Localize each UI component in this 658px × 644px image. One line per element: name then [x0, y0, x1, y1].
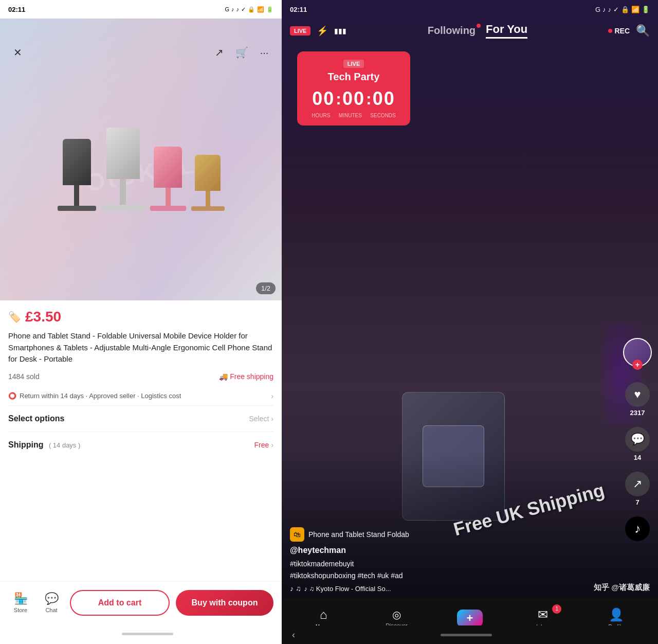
- truck-icon: 🚚: [219, 372, 228, 381]
- comment-action[interactable]: 💬 14: [625, 427, 650, 461]
- following-tab[interactable]: Following: [428, 25, 476, 37]
- right-home-bar: ‹: [282, 625, 658, 644]
- music-row[interactable]: ♪ ♫ ♪ ♫ Kyoto Flow - Official So...: [290, 584, 617, 593]
- shipping-chevron-icon: ›: [271, 441, 273, 449]
- home-indicator-left: [122, 633, 173, 635]
- share-action[interactable]: ↗ 7: [625, 472, 650, 506]
- select-options-row[interactable]: Select options Select ›: [8, 406, 273, 432]
- share-button[interactable]: ↗: [210, 43, 228, 62]
- chat-label: Chat: [45, 607, 57, 613]
- product-stands: [47, 98, 235, 221]
- like-count: 2317: [630, 409, 645, 417]
- tiktok-logo: ♪: [625, 516, 650, 541]
- home-icon: ⌂: [320, 607, 327, 622]
- music-title: ♪ ♫ Kyoto Flow - Official So...: [304, 585, 391, 593]
- like-action[interactable]: ♥ 2317: [625, 382, 650, 417]
- hashtag-line-1[interactable]: #tiktokmademebuyit: [290, 560, 354, 568]
- product-image-container: ✕ ↗ 🛒 ··· OtOKOL: [0, 19, 282, 300]
- store-button[interactable]: 🏪 Store: [8, 592, 33, 613]
- share-icon: ↗: [625, 472, 650, 496]
- minutes-label: MINUTES: [339, 113, 362, 118]
- timer-colon-2: :: [366, 90, 372, 109]
- status-time-left: 02:11: [8, 6, 25, 13]
- back-button-right[interactable]: ‹: [292, 630, 295, 640]
- inbox-icon: ✉: [538, 607, 548, 622]
- return-row[interactable]: ⭕ Return within 14 days · Approved selle…: [8, 387, 273, 406]
- add-to-cart-button[interactable]: Add to cart: [70, 590, 170, 616]
- rec-badge: REC: [608, 27, 630, 35]
- chat-icon: 💬: [45, 592, 59, 605]
- right-status-icons: G ♪ ♪ ✓ 🔒 📶 🔋: [595, 6, 650, 13]
- hashtag-line-2[interactable]: #tiktokshopunboxing #tech #uk #ad: [290, 571, 403, 580]
- store-icon: 🏪: [14, 592, 28, 605]
- device-visual: [402, 392, 505, 521]
- following-dot: [477, 24, 481, 28]
- back-button-left[interactable]: ‹: [108, 629, 112, 639]
- shop-row[interactable]: 🛍 Phone and Tablet Stand Foldab: [290, 527, 617, 542]
- sold-count: 1484 sold: [8, 372, 40, 381]
- shop-icon: 🛍: [290, 527, 304, 542]
- add-button[interactable]: +: [457, 610, 483, 627]
- left-home-bar: ‹: [0, 623, 282, 644]
- live-event-card[interactable]: LIVE Tech Party 00 : 00 : 00 HOURS MINUT…: [297, 51, 410, 126]
- shop-name: Phone and Tablet Stand Foldab: [308, 530, 409, 539]
- profile-icon: 👤: [609, 607, 624, 622]
- for-you-tab[interactable]: For You: [486, 23, 527, 39]
- home-indicator-right: [441, 634, 492, 636]
- live-card-title: Tech Party: [307, 71, 400, 83]
- nav-tabs: Following For You: [428, 23, 527, 39]
- store-label: Store: [14, 607, 27, 613]
- comment-count: 14: [634, 454, 641, 461]
- left-time: 02:11: [8, 6, 25, 13]
- select-chevron-icon: ›: [271, 415, 273, 423]
- select-options-button[interactable]: Select ›: [249, 415, 273, 423]
- chat-button[interactable]: 💬 Chat: [39, 592, 64, 613]
- search-icon[interactable]: 🔍: [636, 24, 650, 38]
- status-icons-left: G ♪ ♪ ✓ 🔒 📶 🔋: [225, 6, 273, 13]
- shipping-row[interactable]: Shipping ( 14 days ) Free ›: [8, 432, 273, 458]
- nav-add[interactable]: +: [454, 610, 485, 627]
- live-badge: LIVE: [290, 26, 310, 35]
- return-info: Return within 14 days · Approved seller …: [20, 392, 181, 400]
- shipping-label-group: Shipping ( 14 days ): [8, 440, 80, 450]
- username[interactable]: @heytechman: [290, 546, 617, 555]
- rec-text: REC: [614, 27, 630, 35]
- avatar-container[interactable]: +: [623, 338, 652, 367]
- product-price: £3.50: [25, 309, 61, 325]
- live-card-badge: LIVE: [343, 60, 364, 68]
- select-options-label: Select options: [8, 414, 64, 423]
- rec-dot-icon: [608, 29, 612, 33]
- discover-icon: ◎: [392, 609, 401, 621]
- left-panel: 02:11 G ♪ ♪ ✓ 🔒 📶 🔋 ✕ ↗ 🛒 ··· OtOKOL: [0, 0, 282, 644]
- timer-labels: HOURS MINUTES SECONDS: [307, 113, 400, 118]
- share-count: 7: [635, 498, 639, 506]
- more-button[interactable]: ···: [255, 43, 273, 62]
- price-row: 🏷️ £3.50: [8, 309, 273, 325]
- seconds-label: SECONDS: [370, 113, 395, 118]
- right-top-nav: LIVE ⚡ ▮▮▮ Following For You REC 🔍: [282, 19, 658, 43]
- right-time: 02:11: [290, 6, 307, 13]
- follow-plus-icon[interactable]: +: [632, 360, 643, 370]
- right-status-time: 02:11: [290, 6, 307, 13]
- plus-icon: +: [467, 612, 473, 625]
- comment-icon: 💬: [625, 427, 650, 452]
- tiktok-icon: ♪: [625, 516, 650, 541]
- top-nav-left: ✕ ↗ 🛒 ···: [0, 37, 282, 68]
- timer-seconds: 00: [373, 88, 395, 110]
- shipping-free: Free ›: [254, 441, 273, 449]
- product-title: Phone and Tablet Stand - Foldable Univer…: [8, 330, 273, 365]
- hashtags: #tiktokmademebuyit #tiktokshopunboxing #…: [290, 558, 617, 581]
- right-side-actions: + ♥ 2317 💬 14 ↗ 7 ♪: [623, 338, 652, 541]
- return-icon: ⭕: [8, 392, 16, 400]
- price-tag-icon: 🏷️: [8, 311, 21, 323]
- free-shipping-text: Free shipping: [230, 372, 273, 381]
- cart-button[interactable]: 🛒: [232, 43, 251, 62]
- left-status-bar: 02:11 G ♪ ♪ ✓ 🔒 📶 🔋: [0, 0, 282, 19]
- select-options-value: Select: [249, 415, 269, 423]
- live-timer: 00 : 00 : 00: [307, 88, 400, 110]
- close-button[interactable]: ✕: [8, 43, 27, 62]
- heart-icon: ♥: [625, 382, 650, 407]
- sales-shipping-row: 1484 sold 🚚 Free shipping: [8, 372, 273, 381]
- return-chevron-icon: ›: [271, 392, 273, 400]
- buy-with-coupon-button[interactable]: Buy with coupon: [176, 590, 273, 616]
